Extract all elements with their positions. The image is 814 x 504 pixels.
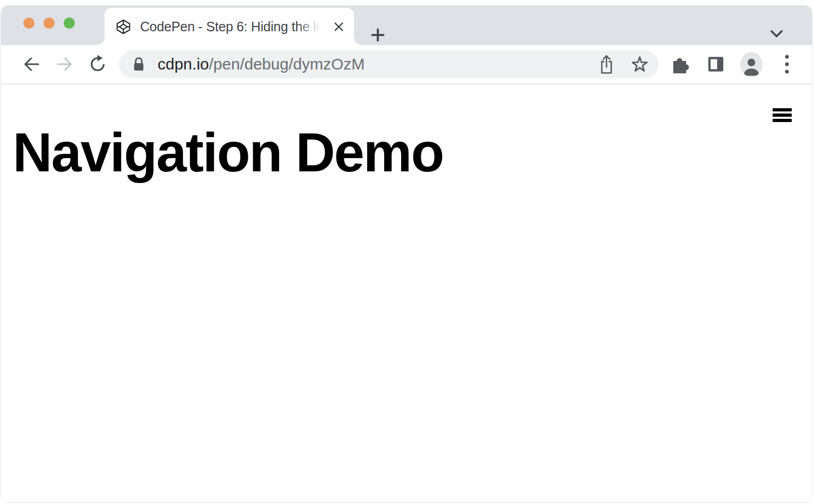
codepen-logo-icon: [116, 19, 131, 34]
address-bar[interactable]: cdpn.io/pen/debug/dymzOzM: [119, 50, 659, 78]
profile-button[interactable]: [740, 52, 763, 76]
minimize-window-button[interactable]: [44, 18, 55, 29]
zoom-window-button[interactable]: [64, 18, 75, 29]
hamburger-bar: [773, 114, 792, 117]
tab-title: CodePen - Step 6: Hiding the li: [140, 8, 326, 45]
star-icon[interactable]: [629, 53, 650, 76]
back-arrow-icon[interactable]: [20, 53, 42, 75]
page-title: Navigation Demo: [13, 125, 443, 180]
tab-close-icon[interactable]: [332, 20, 345, 33]
chevron-down-icon[interactable]: [769, 29, 783, 39]
url-domain: cdpn.io: [158, 55, 209, 73]
url-text: cdpn.io/pen/debug/dymzOzM: [158, 55, 365, 73]
hamburger-bar: [773, 108, 792, 111]
traffic-lights: [23, 18, 75, 29]
forward-arrow-icon[interactable]: [54, 53, 76, 75]
hamburger-bar: [773, 119, 792, 122]
url-path: /pen/debug/dymzOzM: [209, 55, 365, 73]
lock-icon[interactable]: [132, 56, 146, 73]
toolbar-right-icons: [669, 52, 798, 76]
page-content: Navigation Demo: [1, 84, 812, 502]
hamburger-menu-button[interactable]: [773, 108, 792, 122]
side-panel-icon[interactable]: [705, 52, 727, 76]
browser-titlebar: CodePen - Step 6: Hiding the li: [1, 6, 812, 45]
browser-tab[interactable]: CodePen - Step 6: Hiding the li: [105, 8, 354, 45]
puzzle-icon[interactable]: [669, 52, 691, 76]
share-icon[interactable]: [596, 53, 617, 76]
browser-window: CodePen - Step 6: Hiding the li: [1, 5, 812, 503]
reload-icon[interactable]: [86, 53, 109, 75]
person-icon: [740, 52, 763, 77]
tab-title-fade: [297, 8, 326, 45]
new-tab-button[interactable]: [371, 28, 385, 42]
browser-toolbar: cdpn.io/pen/debug/dymzOzM: [1, 45, 812, 84]
kebab-menu-icon[interactable]: [776, 52, 798, 76]
close-window-button[interactable]: [23, 18, 34, 29]
screenshot-canvas: { "browser": { "window_controls": [ { "n…: [0, 0, 814, 504]
